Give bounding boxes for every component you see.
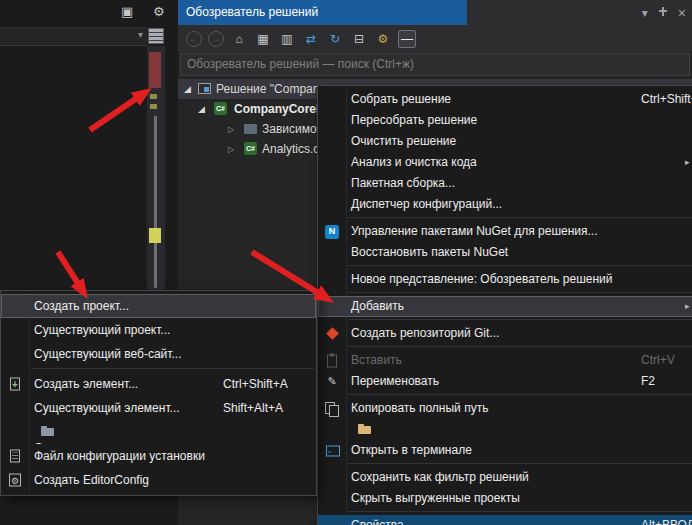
menu-item-label: Анализ и очистка кода	[351, 155, 477, 169]
menu-item-label: Новое представление: Обозреватель решени…	[351, 272, 612, 286]
menu-item-new-solution-folder[interactable]: Создать папку решения	[1, 420, 316, 444]
menu-item-paste[interactable]: ВставитьCtrl+V	[318, 350, 692, 371]
menu-item-properties[interactable]: СвойстваAlt+ВВОД	[318, 515, 692, 525]
menu-item-label: Существующий веб-сайт...	[34, 347, 182, 361]
expand-arrow-icon[interactable]: ◢	[198, 99, 205, 119]
chevron-down-icon[interactable]: ▾	[138, 29, 143, 40]
menu-item-open-in-terminal[interactable]: >_Открыть в терминале	[318, 440, 692, 461]
menu-item-shortcut: Ctrl+Shift+B	[641, 89, 692, 110]
editorconfig-icon: ⚙	[9, 474, 21, 487]
menu-item-copy-full-path[interactable]: Копировать полный путь	[318, 398, 692, 419]
split-handle[interactable]	[148, 28, 164, 44]
paste-icon	[327, 354, 337, 367]
pin-icon[interactable]	[658, 7, 668, 19]
back-icon[interactable]: ←	[186, 31, 202, 47]
menu-item-label: Собрать решение	[351, 92, 451, 106]
menu-separator	[348, 394, 692, 395]
menu-item-shortcut: F2	[641, 371, 655, 392]
submenu-arrow-icon: ▸	[685, 296, 690, 317]
menu-item-new-editorconfig[interactable]: ⚙Создать EditorConfig	[1, 468, 316, 492]
menu-item-clean-solution[interactable]: Очистить решение	[318, 131, 692, 152]
menu-item-label: Создать репозиторий Git...	[351, 326, 499, 340]
rename-icon: ✎	[324, 374, 340, 390]
menu-item-existing-project[interactable]: Существующий проект...	[1, 318, 316, 342]
float-window-icon[interactable]: ▣	[121, 3, 133, 21]
new-item-icon: +	[10, 378, 20, 391]
menu-item-batch-build[interactable]: Пакетная сборка...	[318, 173, 692, 194]
panel-title: Обозреватель решений	[178, 0, 467, 25]
gear-icon[interactable]: ⚙	[153, 3, 165, 21]
editor-scrollbar[interactable]	[147, 46, 165, 290]
refresh-icon[interactable]: ↻	[326, 30, 344, 48]
submenu-arrow-icon: ▸	[685, 152, 690, 173]
menu-item-label: Файл конфигурации установки	[34, 449, 205, 463]
menu-item-label: Переименовать	[351, 374, 439, 388]
collapse-arrow-icon[interactable]: ▷	[228, 139, 234, 159]
config-file-icon	[10, 450, 20, 463]
switch-views-icon[interactable]: ▦	[254, 30, 272, 48]
menu-item-label: Восстановить пакеты NuGet	[351, 245, 508, 259]
menu-item-existing-website[interactable]: Существующий веб-сайт...	[1, 342, 316, 366]
menu-item-label: Вставить	[351, 353, 402, 367]
menu-item-existing-item[interactable]: Существующий элемент...Shift+Alt+A	[1, 396, 316, 420]
menu-item-open-folder-in-explorer[interactable]: Открыть папку в проводнике	[318, 419, 692, 440]
menu-item-label: Копировать полный путь	[351, 401, 488, 415]
menu-item-label: Добавить	[351, 299, 404, 313]
menu-item-label: Скрыть выгруженные проекты	[351, 491, 520, 505]
menu-item-hide-unloaded-projects[interactable]: Скрыть выгруженные проекты	[318, 488, 692, 509]
menu-separator	[348, 217, 692, 218]
menu-item-label: Очистить решение	[351, 134, 456, 148]
forward-icon[interactable]: →	[208, 31, 224, 47]
scroll-mark-yellow	[149, 228, 161, 243]
menu-item-label: Сохранить как фильтр решений	[351, 470, 529, 484]
search-input[interactable]: Обозреватель решений — поиск (Ctrl+ж)	[180, 53, 690, 76]
menu-item-manage-nuget-packages[interactable]: NУправление пакетами NuGet для решения..…	[318, 221, 692, 242]
menu-item-installer-config-file[interactable]: Файл конфигурации установки	[1, 444, 316, 468]
menu-item-new-project[interactable]: Создать проект...	[1, 294, 316, 318]
menu-item-label: Создать проект...	[34, 299, 129, 313]
scrollbar-thumb[interactable]	[154, 116, 157, 288]
menu-item-label: Открыть в терминале	[351, 443, 472, 457]
menu-item-rename[interactable]: ✎ПереименоватьF2	[318, 371, 692, 392]
collapse-all-icon[interactable]: ⊟	[350, 30, 368, 48]
menu-item-rebuild-solution[interactable]: Пересобрать решение	[318, 110, 692, 131]
add-submenu: Создать проект...Существующий проект...С…	[0, 290, 317, 496]
solution-folder-icon	[40, 424, 56, 440]
menu-item-shortcut: Ctrl+V	[641, 350, 675, 371]
menu-item-build-solution[interactable]: Собрать решениеCtrl+Shift+B	[318, 89, 692, 110]
panel-header: Обозреватель решений ▾ ×	[178, 0, 692, 25]
menu-item-create-git-repository[interactable]: Создать репозиторий Git...	[318, 323, 692, 344]
home-icon[interactable]: ⌂	[230, 30, 248, 48]
collapse-arrow-icon[interactable]: ▷	[228, 119, 234, 139]
visual-studio-window: ▣ ⚙ ▾ Обозреватель решений ▾ × ←→⌂▦▥⇄↻⊟⚙…	[0, 0, 692, 525]
menu-separator	[348, 292, 692, 293]
menu-item-label: Диспетчер конфигураций...	[351, 197, 502, 211]
menu-item-restore-nuget-packages[interactable]: Восстановить пакеты NuGet	[318, 242, 692, 263]
menu-item-configuration-manager[interactable]: Диспетчер конфигураций...	[318, 194, 692, 215]
solution-icon	[198, 83, 211, 94]
sync-active-document-icon[interactable]: ⇄	[302, 30, 320, 48]
menu-item-label: Существующий проект...	[34, 323, 170, 337]
menu-separator	[348, 346, 692, 347]
terminal-icon: >_	[326, 445, 340, 456]
solution-context-menu: Собрать решениеCtrl+Shift+BПересобрать р…	[317, 85, 692, 525]
menu-item-add[interactable]: Добавить▸	[318, 296, 692, 317]
pending-changes-icon[interactable]: ▥	[278, 30, 296, 48]
close-icon[interactable]: ×	[678, 5, 686, 21]
menu-separator	[348, 265, 692, 266]
menu-item-new-item[interactable]: +Создать элемент...Ctrl+Shift+A	[1, 372, 316, 396]
preview-selected-icon[interactable]: —	[398, 30, 416, 48]
window-menu-icon[interactable]: ▾	[642, 6, 648, 20]
nuget-icon: N	[325, 225, 339, 239]
menu-item-new-view[interactable]: Новое представление: Обозреватель решени…	[318, 269, 692, 290]
scroll-mark-olive	[150, 104, 157, 109]
tree-item-label: CompanyCoreL	[234, 99, 323, 119]
menu-item-analyze-and-cleanup[interactable]: Анализ и очистка кода▸	[318, 152, 692, 173]
properties-icon[interactable]: ⚙	[374, 30, 392, 48]
git-icon	[324, 326, 340, 342]
menu-item-shortcut: Ctrl+Shift+A	[223, 372, 288, 396]
menu-separator	[348, 511, 692, 512]
expand-arrow-icon[interactable]: ◢	[184, 79, 191, 99]
menu-item-save-as-solution-filter[interactable]: Сохранить как фильтр решений	[318, 467, 692, 488]
scroll-mark-red	[149, 52, 161, 88]
